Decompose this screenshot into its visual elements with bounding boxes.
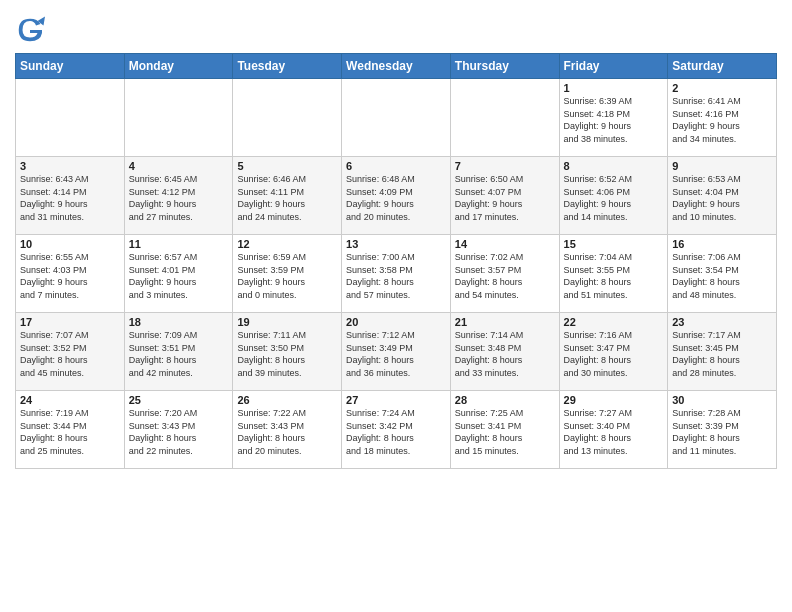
calendar-cell: 25Sunrise: 7:20 AM Sunset: 3:43 PM Dayli… — [124, 391, 233, 469]
calendar-week-3: 10Sunrise: 6:55 AM Sunset: 4:03 PM Dayli… — [16, 235, 777, 313]
day-number: 13 — [346, 238, 446, 250]
calendar-cell: 19Sunrise: 7:11 AM Sunset: 3:50 PM Dayli… — [233, 313, 342, 391]
calendar-header-friday: Friday — [559, 54, 668, 79]
day-number: 15 — [564, 238, 664, 250]
day-number: 22 — [564, 316, 664, 328]
calendar-cell: 20Sunrise: 7:12 AM Sunset: 3:49 PM Dayli… — [342, 313, 451, 391]
day-info: Sunrise: 7:14 AM Sunset: 3:48 PM Dayligh… — [455, 329, 555, 379]
calendar-cell: 23Sunrise: 7:17 AM Sunset: 3:45 PM Dayli… — [668, 313, 777, 391]
calendar-cell: 21Sunrise: 7:14 AM Sunset: 3:48 PM Dayli… — [450, 313, 559, 391]
calendar-cell — [124, 79, 233, 157]
day-number: 26 — [237, 394, 337, 406]
day-number: 14 — [455, 238, 555, 250]
calendar-cell: 3Sunrise: 6:43 AM Sunset: 4:14 PM Daylig… — [16, 157, 125, 235]
calendar-header-thursday: Thursday — [450, 54, 559, 79]
day-info: Sunrise: 7:19 AM Sunset: 3:44 PM Dayligh… — [20, 407, 120, 457]
calendar-week-5: 24Sunrise: 7:19 AM Sunset: 3:44 PM Dayli… — [16, 391, 777, 469]
day-number: 27 — [346, 394, 446, 406]
day-number: 17 — [20, 316, 120, 328]
day-info: Sunrise: 7:25 AM Sunset: 3:41 PM Dayligh… — [455, 407, 555, 457]
day-info: Sunrise: 6:57 AM Sunset: 4:01 PM Dayligh… — [129, 251, 229, 301]
day-number: 5 — [237, 160, 337, 172]
calendar-cell — [342, 79, 451, 157]
day-info: Sunrise: 7:16 AM Sunset: 3:47 PM Dayligh… — [564, 329, 664, 379]
day-number: 23 — [672, 316, 772, 328]
day-number: 19 — [237, 316, 337, 328]
calendar-cell: 28Sunrise: 7:25 AM Sunset: 3:41 PM Dayli… — [450, 391, 559, 469]
calendar-cell: 13Sunrise: 7:00 AM Sunset: 3:58 PM Dayli… — [342, 235, 451, 313]
day-info: Sunrise: 7:00 AM Sunset: 3:58 PM Dayligh… — [346, 251, 446, 301]
day-number: 28 — [455, 394, 555, 406]
day-number: 8 — [564, 160, 664, 172]
day-number: 7 — [455, 160, 555, 172]
day-info: Sunrise: 7:04 AM Sunset: 3:55 PM Dayligh… — [564, 251, 664, 301]
calendar-header-saturday: Saturday — [668, 54, 777, 79]
day-number: 12 — [237, 238, 337, 250]
calendar-header-monday: Monday — [124, 54, 233, 79]
calendar: SundayMondayTuesdayWednesdayThursdayFrid… — [15, 53, 777, 469]
day-number: 24 — [20, 394, 120, 406]
day-info: Sunrise: 6:43 AM Sunset: 4:14 PM Dayligh… — [20, 173, 120, 223]
day-info: Sunrise: 6:50 AM Sunset: 4:07 PM Dayligh… — [455, 173, 555, 223]
calendar-cell: 17Sunrise: 7:07 AM Sunset: 3:52 PM Dayli… — [16, 313, 125, 391]
day-info: Sunrise: 6:55 AM Sunset: 4:03 PM Dayligh… — [20, 251, 120, 301]
calendar-cell: 8Sunrise: 6:52 AM Sunset: 4:06 PM Daylig… — [559, 157, 668, 235]
day-number: 20 — [346, 316, 446, 328]
day-number: 25 — [129, 394, 229, 406]
calendar-cell: 15Sunrise: 7:04 AM Sunset: 3:55 PM Dayli… — [559, 235, 668, 313]
calendar-cell: 1Sunrise: 6:39 AM Sunset: 4:18 PM Daylig… — [559, 79, 668, 157]
day-info: Sunrise: 6:53 AM Sunset: 4:04 PM Dayligh… — [672, 173, 772, 223]
day-info: Sunrise: 6:41 AM Sunset: 4:16 PM Dayligh… — [672, 95, 772, 145]
calendar-cell: 11Sunrise: 6:57 AM Sunset: 4:01 PM Dayli… — [124, 235, 233, 313]
header — [15, 10, 777, 45]
day-info: Sunrise: 7:28 AM Sunset: 3:39 PM Dayligh… — [672, 407, 772, 457]
calendar-cell: 6Sunrise: 6:48 AM Sunset: 4:09 PM Daylig… — [342, 157, 451, 235]
day-info: Sunrise: 6:59 AM Sunset: 3:59 PM Dayligh… — [237, 251, 337, 301]
day-number: 11 — [129, 238, 229, 250]
calendar-cell: 14Sunrise: 7:02 AM Sunset: 3:57 PM Dayli… — [450, 235, 559, 313]
day-info: Sunrise: 6:39 AM Sunset: 4:18 PM Dayligh… — [564, 95, 664, 145]
day-info: Sunrise: 7:02 AM Sunset: 3:57 PM Dayligh… — [455, 251, 555, 301]
day-number: 1 — [564, 82, 664, 94]
day-info: Sunrise: 6:45 AM Sunset: 4:12 PM Dayligh… — [129, 173, 229, 223]
calendar-cell: 7Sunrise: 6:50 AM Sunset: 4:07 PM Daylig… — [450, 157, 559, 235]
day-info: Sunrise: 7:12 AM Sunset: 3:49 PM Dayligh… — [346, 329, 446, 379]
calendar-cell — [450, 79, 559, 157]
calendar-week-2: 3Sunrise: 6:43 AM Sunset: 4:14 PM Daylig… — [16, 157, 777, 235]
calendar-cell: 27Sunrise: 7:24 AM Sunset: 3:42 PM Dayli… — [342, 391, 451, 469]
day-info: Sunrise: 7:17 AM Sunset: 3:45 PM Dayligh… — [672, 329, 772, 379]
calendar-cell: 30Sunrise: 7:28 AM Sunset: 3:39 PM Dayli… — [668, 391, 777, 469]
calendar-cell: 24Sunrise: 7:19 AM Sunset: 3:44 PM Dayli… — [16, 391, 125, 469]
day-number: 2 — [672, 82, 772, 94]
logo-icon — [15, 15, 45, 45]
calendar-header-tuesday: Tuesday — [233, 54, 342, 79]
logo — [15, 15, 49, 45]
day-number: 18 — [129, 316, 229, 328]
calendar-cell: 9Sunrise: 6:53 AM Sunset: 4:04 PM Daylig… — [668, 157, 777, 235]
day-info: Sunrise: 7:06 AM Sunset: 3:54 PM Dayligh… — [672, 251, 772, 301]
calendar-cell: 29Sunrise: 7:27 AM Sunset: 3:40 PM Dayli… — [559, 391, 668, 469]
calendar-cell: 26Sunrise: 7:22 AM Sunset: 3:43 PM Dayli… — [233, 391, 342, 469]
calendar-header-sunday: Sunday — [16, 54, 125, 79]
calendar-cell: 22Sunrise: 7:16 AM Sunset: 3:47 PM Dayli… — [559, 313, 668, 391]
calendar-week-1: 1Sunrise: 6:39 AM Sunset: 4:18 PM Daylig… — [16, 79, 777, 157]
calendar-week-4: 17Sunrise: 7:07 AM Sunset: 3:52 PM Dayli… — [16, 313, 777, 391]
day-info: Sunrise: 7:09 AM Sunset: 3:51 PM Dayligh… — [129, 329, 229, 379]
day-number: 6 — [346, 160, 446, 172]
calendar-cell — [16, 79, 125, 157]
day-number: 10 — [20, 238, 120, 250]
calendar-cell: 4Sunrise: 6:45 AM Sunset: 4:12 PM Daylig… — [124, 157, 233, 235]
day-info: Sunrise: 6:46 AM Sunset: 4:11 PM Dayligh… — [237, 173, 337, 223]
day-info: Sunrise: 6:52 AM Sunset: 4:06 PM Dayligh… — [564, 173, 664, 223]
day-info: Sunrise: 7:22 AM Sunset: 3:43 PM Dayligh… — [237, 407, 337, 457]
page: SundayMondayTuesdayWednesdayThursdayFrid… — [0, 0, 792, 612]
day-info: Sunrise: 7:27 AM Sunset: 3:40 PM Dayligh… — [564, 407, 664, 457]
day-info: Sunrise: 7:24 AM Sunset: 3:42 PM Dayligh… — [346, 407, 446, 457]
calendar-header-row: SundayMondayTuesdayWednesdayThursdayFrid… — [16, 54, 777, 79]
day-info: Sunrise: 6:48 AM Sunset: 4:09 PM Dayligh… — [346, 173, 446, 223]
calendar-cell: 12Sunrise: 6:59 AM Sunset: 3:59 PM Dayli… — [233, 235, 342, 313]
day-number: 9 — [672, 160, 772, 172]
calendar-cell: 5Sunrise: 6:46 AM Sunset: 4:11 PM Daylig… — [233, 157, 342, 235]
calendar-cell: 18Sunrise: 7:09 AM Sunset: 3:51 PM Dayli… — [124, 313, 233, 391]
day-number: 21 — [455, 316, 555, 328]
